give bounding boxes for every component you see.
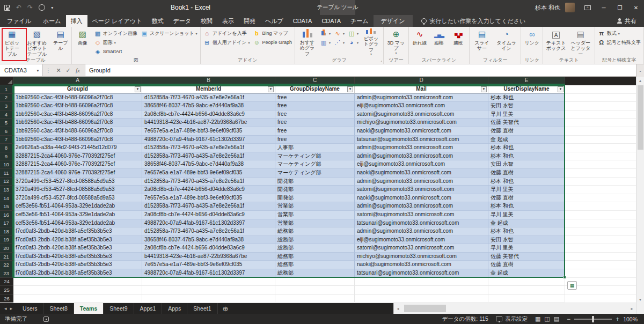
page-layout-view-button[interactable]: ◫ bbox=[544, 315, 550, 322]
cell[interactable] bbox=[355, 286, 488, 294]
recommended-charts-button[interactable]: おすすめグラフ bbox=[297, 28, 318, 56]
row-header[interactable]: 23 bbox=[0, 269, 13, 278]
undo-icon[interactable]: ↶ bbox=[16, 4, 21, 11]
qat-customize-icon[interactable]: ▾ bbox=[51, 5, 53, 10]
screenshot-button[interactable]: スクリーンショット▾ bbox=[140, 29, 199, 38]
cell[interactable]: 3720a499-cf53-4527-8fcd-08588a5d9a53 bbox=[13, 186, 142, 194]
dialog-launcher-icon[interactable]: ⌟ bbox=[380, 58, 382, 63]
cell[interactable]: 佐藤 美智代 bbox=[488, 253, 565, 261]
line-sparkline-button[interactable]: 折れ線 bbox=[411, 28, 429, 56]
cell[interactable] bbox=[13, 278, 142, 286]
row-header[interactable]: 12 bbox=[0, 178, 13, 186]
pivotchart-button[interactable]: ピボットグラフ▾ bbox=[361, 28, 382, 56]
cell[interactable]: free bbox=[275, 111, 355, 119]
touch-mode-icon[interactable] bbox=[39, 4, 45, 11]
cell[interactable]: satomi@sugimomoto33.onmicrosoft.com bbox=[355, 244, 488, 253]
pivottable-button[interactable]: ピボットテーブル bbox=[2, 28, 23, 56]
row-header[interactable]: 4 bbox=[0, 111, 13, 119]
cell[interactable]: 38658f46-8037-47b5-9abc-e7d440af9a38 bbox=[142, 160, 275, 169]
cancel-icon[interactable]: ✕ bbox=[54, 64, 63, 76]
normal-view-button[interactable]: ▦ bbox=[535, 315, 540, 322]
cell[interactable]: michiyo@sugimomoto33.onmicrosoft.com bbox=[355, 253, 488, 261]
sheet-nav-right-icon[interactable]: ▸ bbox=[10, 306, 13, 311]
vertical-scrollbar[interactable]: ▲ ▼ bbox=[636, 77, 644, 303]
cell[interactable]: 1bb92560-c3ac-4f3f-b488-66096a2f70c8 bbox=[13, 127, 142, 136]
cell[interactable]: 佐藤 直樹 bbox=[488, 194, 565, 203]
ribbon-display-options-icon[interactable]: ^ bbox=[580, 0, 596, 15]
cell[interactable] bbox=[355, 294, 488, 303]
ribbon-tab[interactable]: ホーム bbox=[38, 15, 66, 27]
cell[interactable]: 早川 里美 bbox=[488, 186, 565, 194]
formula-bar-splitter[interactable]: ⋮ bbox=[43, 64, 54, 76]
row-header[interactable]: 21 bbox=[0, 253, 13, 261]
cell[interactable]: admin@sugimomoto33.onmicrosoft.com bbox=[355, 144, 488, 152]
cell[interactable]: d152858a-7f73-4670-a435-a7e8e2e56a1f bbox=[142, 144, 275, 152]
row-header[interactable]: 6 bbox=[0, 127, 13, 136]
ribbon-tab[interactable]: ヘルプ bbox=[260, 15, 288, 27]
row-header[interactable]: 16 bbox=[0, 211, 13, 219]
ribbon-tab[interactable]: CDATA bbox=[288, 15, 317, 27]
cell[interactable]: 総務部 bbox=[275, 261, 355, 269]
ribbon-tab[interactable]: 開発 bbox=[239, 15, 260, 27]
timeline-button[interactable]: タイムライン bbox=[494, 28, 519, 56]
cell[interactable]: 7e657e5a-e1a7-489e-bbf3-9e6ef09cf035 bbox=[142, 127, 275, 136]
cell[interactable]: マーケティング部 bbox=[275, 152, 355, 161]
row-header[interactable]: 9 bbox=[0, 152, 13, 161]
column-header[interactable]: E bbox=[488, 77, 565, 85]
filter-button[interactable]: ▼ bbox=[135, 86, 141, 92]
cell[interactable]: admin@sugimomoto33.onmicrosoft.com bbox=[355, 227, 488, 236]
cell[interactable]: 安田 永智 bbox=[488, 102, 565, 111]
cell[interactable]: 開発部 bbox=[275, 178, 355, 186]
cell[interactable]: 杉本 和也 bbox=[488, 227, 565, 236]
save-icon[interactable] bbox=[4, 5, 10, 11]
sheet-tab[interactable]: Apps bbox=[162, 303, 187, 314]
combo-chart-button[interactable]: ▾ bbox=[347, 29, 360, 38]
row-header[interactable]: 3 bbox=[0, 102, 13, 111]
cell[interactable]: 7e657e5a-e1a7-489e-bbf3-9e6ef09cf035 bbox=[142, 169, 275, 178]
my-add-ins-button[interactable]: 個人用アドイン▾ bbox=[202, 38, 251, 47]
cell[interactable]: 安田 永智 bbox=[488, 160, 565, 169]
scatter-chart-button[interactable]: ▾ bbox=[333, 38, 346, 47]
cell[interactable]: d152858a-7f73-4670-a435-a7e8e2e56a1f bbox=[142, 227, 275, 236]
cell[interactable]: 2a08cf8b-cb7e-4424-b656-d04dde83a6c9 bbox=[142, 244, 275, 253]
cell[interactable]: 金 起成 bbox=[488, 219, 565, 228]
macro-record-icon[interactable] bbox=[43, 316, 49, 322]
table-header-cell[interactable]: GroupDisplayName▼ bbox=[275, 85, 355, 94]
filter-button[interactable]: ▼ bbox=[347, 86, 353, 92]
cell[interactable]: 1bb92560-c3ac-4f3f-b488-66096a2f70c8 bbox=[13, 119, 142, 127]
cell[interactable]: b4419318-423e-4b16-ae87-22b9368a67be bbox=[142, 119, 275, 127]
user-name[interactable]: 杉本 和也 bbox=[535, 4, 560, 12]
cell[interactable]: 7e657e5a-e1a7-489e-bbf3-9e6ef09cf035 bbox=[142, 261, 275, 269]
row-header[interactable]: 8 bbox=[0, 144, 13, 152]
scroll-left-icon[interactable]: ◂ bbox=[394, 306, 402, 311]
insert-function-icon[interactable]: fx bbox=[73, 64, 83, 76]
header-footer-button[interactable]: ヘッダーとフッター bbox=[568, 28, 593, 56]
slicer-button[interactable]: スライサー bbox=[471, 28, 493, 56]
cell[interactable] bbox=[13, 294, 142, 303]
cell[interactable]: 佐藤 直樹 bbox=[488, 169, 565, 178]
sheet-tab[interactable]: Teams bbox=[74, 303, 104, 314]
cell[interactable]: 3720a499-cf53-4527-8fcd-08588a5d9a53 bbox=[13, 178, 142, 186]
cell[interactable]: d152858a-7f73-4670-a435-a7e8e2e56a1f bbox=[142, 202, 275, 211]
row-header[interactable]: 2 bbox=[0, 94, 13, 102]
cell[interactable]: b4419318-423e-4b16-ae87-22b9368a67be bbox=[142, 253, 275, 261]
ribbon-tab[interactable]: 校閲 bbox=[196, 15, 217, 27]
cell[interactable]: naoki@sugimomoto33.onmicrosoft.com bbox=[355, 261, 488, 269]
row-header[interactable]: 19 bbox=[0, 236, 13, 245]
cell[interactable]: 38658f46-8037-47b5-9abc-e7d440af9a38 bbox=[142, 102, 275, 111]
cell[interactable] bbox=[488, 286, 565, 294]
zoom-in-button[interactable]: + bbox=[616, 315, 619, 323]
cell[interactable]: admin@sugimomoto33.onmicrosoft.com bbox=[355, 178, 488, 186]
ribbon-tab[interactable]: 数式 bbox=[147, 15, 168, 27]
cell[interactable] bbox=[355, 278, 488, 286]
row-header[interactable]: 15 bbox=[0, 202, 13, 211]
cell[interactable]: michiyo@sugimomoto33.onmicrosoft.com bbox=[355, 119, 488, 127]
cell[interactable]: 4988720c-07a9-4fab-9167-61c1302d3397 bbox=[142, 136, 275, 144]
sheet-tab[interactable]: Sheet9 bbox=[104, 303, 134, 314]
cell[interactable] bbox=[142, 286, 275, 294]
table-header-cell[interactable]: UserDisplayName▼ bbox=[488, 85, 565, 94]
online-pictures-button[interactable]: オンライン画像 bbox=[93, 29, 138, 38]
cell[interactable]: f7cd0af3-2bdb-420d-b38f-a5ef35b3b5e3 bbox=[13, 253, 142, 261]
equation-button[interactable]: 数式▾ bbox=[597, 29, 642, 38]
cell[interactable] bbox=[275, 286, 355, 294]
